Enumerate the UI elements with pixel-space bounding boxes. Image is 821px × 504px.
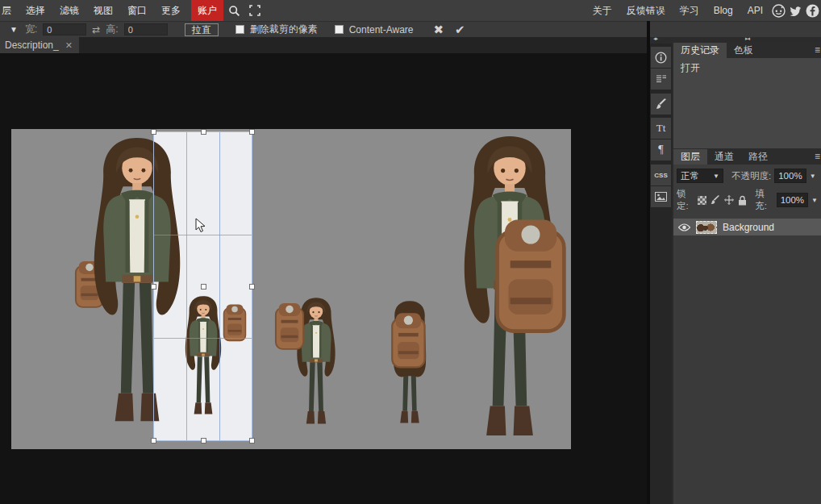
blend-mode-value: 正常: [681, 170, 699, 182]
right-panel-column: ◂▸ ▸◂ Tt ¶ CSS 历史记录 色板 ≡: [650, 37, 821, 504]
mouse-cursor: [195, 218, 206, 233]
document-tab[interactable]: Description_ ✕: [0, 37, 79, 53]
layer-thumbnail[interactable]: [696, 221, 717, 234]
menu-left: 层 选择 滤镜 视图 窗口 更多 账户: [0, 0, 265, 21]
menu-layer[interactable]: 层: [0, 0, 19, 21]
lock-label: 锁定:: [677, 188, 694, 212]
fill-dropdown-icon[interactable]: ▼: [811, 197, 818, 204]
opacity-value[interactable]: 100%: [774, 169, 806, 183]
crop-height-input[interactable]: [124, 23, 168, 35]
layers-controls: 正常 ▼ 不透明度: 100% ▼ 锁定: 填充:: [673, 165, 821, 219]
menu-api[interactable]: API: [742, 0, 769, 21]
crop-grid-line: [154, 235, 252, 235]
menu-window[interactable]: 窗口: [120, 0, 154, 21]
paragraph-icon[interactable]: ¶: [651, 140, 671, 160]
account-button[interactable]: 账户: [191, 0, 223, 21]
menu-right: 关于 反馈错误 学习 Blog API: [587, 0, 821, 21]
layers-panel-menu-icon[interactable]: ≡: [815, 151, 820, 162]
menu-filter[interactable]: 滤镜: [52, 0, 86, 21]
reddit-icon[interactable]: [772, 4, 786, 18]
content-aware-checkbox[interactable]: [335, 25, 344, 34]
crop-handle-bottom-left[interactable]: [151, 438, 156, 444]
width-label: 宽:: [25, 23, 37, 36]
cancel-crop-icon[interactable]: ✖: [433, 23, 444, 37]
delete-cropped-pixels-checkbox[interactable]: [235, 25, 244, 34]
menu-blog[interactable]: Blog: [708, 0, 739, 21]
chevron-down-icon[interactable]: ▼: [10, 25, 18, 34]
menu-report-bug[interactable]: 反馈错误: [621, 0, 671, 21]
tab-layers[interactable]: 图层: [673, 149, 707, 165]
swap-dimensions-icon[interactable]: ⇄: [92, 24, 100, 35]
character-icon[interactable]: Tt: [651, 118, 671, 139]
twitter-icon[interactable]: [789, 4, 802, 18]
crop-handle-bottom-center[interactable]: [201, 438, 206, 444]
collapse-toolstrip-icon[interactable]: ◂▸: [653, 35, 657, 42]
blend-mode-select[interactable]: 正常 ▼: [677, 169, 723, 183]
crop-grid-line: [186, 132, 187, 440]
opacity-label: 不透明度:: [731, 170, 771, 182]
panel-tool-strip: Tt ¶ CSS: [650, 44, 672, 504]
image-icon[interactable]: [651, 186, 671, 207]
menu-bar: 层 选择 滤镜 视图 窗口 更多 账户 关于 反馈错误 学习 Blog API: [0, 0, 821, 21]
crop-options-bar: ▼ 宽: ⇄ 高: 拉直 删除裁剪的像素 Content-Aware ✖ ✔: [0, 21, 821, 37]
panel-stack: 历史记录 色板 ≡ 打开 图层 通道 路径 ≡ 正常 ▼: [673, 42, 821, 504]
brush-icon[interactable]: [651, 94, 671, 115]
crop-grid-line: [154, 338, 252, 339]
confirm-crop-icon[interactable]: ✔: [455, 23, 465, 37]
history-entry[interactable]: 打开: [673, 58, 821, 75]
menu-view[interactable]: 视图: [86, 0, 120, 21]
canvas-area[interactable]: [0, 53, 647, 504]
content-aware-label: Content-Aware: [349, 24, 414, 35]
tab-history[interactable]: 历史记录: [673, 43, 727, 58]
history-panel-tabs: 历史记录 色板 ≡: [673, 42, 821, 58]
menu-more[interactable]: 更多: [154, 0, 188, 21]
menu-select[interactable]: 选择: [19, 0, 52, 21]
crop-handle-center[interactable]: [201, 284, 206, 289]
document-tab-title: Description_: [5, 40, 59, 51]
lock-transparency-icon[interactable]: [698, 196, 706, 205]
tab-swatches[interactable]: 色板: [727, 43, 761, 58]
crop-handle-mid-left[interactable]: [151, 284, 156, 289]
fill-value[interactable]: 100%: [777, 193, 808, 207]
search-icon[interactable]: [223, 0, 244, 21]
canvas-artwork: [11, 129, 571, 449]
lock-all-icon[interactable]: [738, 195, 747, 206]
layers-list-empty: [673, 235, 821, 504]
document-image[interactable]: [11, 129, 571, 449]
layer-visibility-eye-icon[interactable]: [678, 223, 690, 231]
layers-panel-tabs: 图层 通道 路径 ≡: [673, 148, 821, 165]
lock-position-icon[interactable]: [724, 195, 734, 205]
height-label: 高:: [106, 23, 118, 36]
history-list: 打开: [673, 58, 821, 148]
crop-handle-top-center[interactable]: [201, 129, 206, 135]
collapse-panels-icon[interactable]: ▸◂: [745, 35, 749, 42]
menu-about[interactable]: 关于: [587, 0, 618, 21]
lock-pixels-icon[interactable]: [711, 195, 720, 205]
menu-learn[interactable]: 学习: [674, 0, 705, 21]
straighten-button[interactable]: 拉直: [185, 23, 219, 36]
layer-name: Background: [723, 222, 774, 233]
document-tab-bar: Description_ ✕: [0, 37, 647, 53]
crop-selection[interactable]: [153, 131, 252, 441]
close-tab-icon[interactable]: ✕: [65, 40, 73, 51]
crop-handle-bottom-right[interactable]: [249, 438, 255, 444]
tab-paths[interactable]: 路径: [741, 149, 775, 165]
css-icon[interactable]: CSS: [651, 165, 671, 185]
crop-handle-top-right[interactable]: [249, 129, 255, 135]
facebook-icon[interactable]: [806, 4, 819, 18]
photopea-window: 层 选择 滤镜 视图 窗口 更多 账户 关于 反馈错误 学习 Blog API: [0, 0, 821, 504]
history-panel-menu-icon[interactable]: ≡: [815, 44, 820, 56]
crop-width-input[interactable]: [43, 23, 86, 35]
info-icon[interactable]: [651, 47, 671, 68]
opacity-dropdown-icon[interactable]: ▼: [810, 173, 816, 180]
notes-icon[interactable]: [651, 69, 671, 90]
tab-channels[interactable]: 通道: [707, 149, 741, 165]
crop-handle-mid-right[interactable]: [249, 284, 255, 289]
layer-row-background[interactable]: Background: [673, 219, 821, 235]
delete-cropped-pixels-label: 删除裁剪的像素: [250, 23, 318, 36]
fill-label: 填充:: [755, 188, 773, 212]
crop-grid-line: [219, 132, 220, 440]
crop-handle-top-left[interactable]: [151, 129, 156, 135]
fullscreen-icon[interactable]: [244, 0, 265, 21]
